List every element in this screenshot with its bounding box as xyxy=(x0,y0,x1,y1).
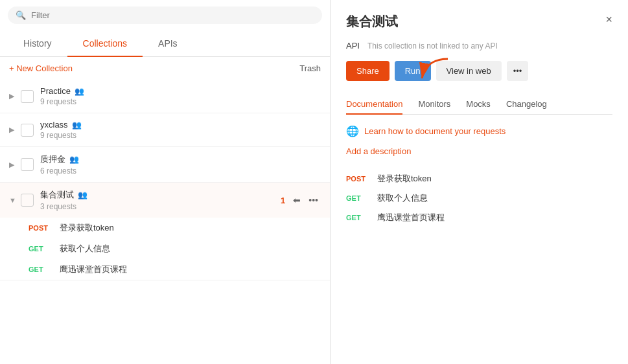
collections-list: ▶ Practice 👥 9 requests ▶ yxclass xyxy=(0,80,330,364)
api-row: API This collection is not linked to any… xyxy=(346,41,612,51)
collection-badge: 1 xyxy=(281,196,285,205)
collection-jihe-header[interactable]: ▼ 集合测试 👥 3 requests 1 ⬅ ••• xyxy=(0,183,330,218)
collection-info: yxclass 👥 9 requests xyxy=(40,120,321,140)
collection-practice: ▶ Practice 👥 9 requests xyxy=(0,80,330,113)
new-collection-button[interactable]: + New Collection xyxy=(9,63,73,73)
requests-section: POST 登录获取token GET 获取个人信息 GET 鹰迅课堂首页课程 xyxy=(346,169,612,227)
request-name: 获取个人信息 xyxy=(60,243,110,255)
learn-link[interactable]: 🌐 Learn how to document your requests xyxy=(346,125,612,137)
collections-toolbar: + New Collection Trash xyxy=(0,57,330,80)
import-button[interactable]: ⬅ xyxy=(290,194,303,207)
folder-icon xyxy=(21,90,34,103)
folder-icon xyxy=(21,124,34,137)
request-item-1[interactable]: POST 登录获取token xyxy=(29,218,330,238)
more-options-button[interactable]: ••• xyxy=(507,61,529,81)
main-tabs: History Collections APIs xyxy=(0,30,330,57)
method-badge-post: POST xyxy=(29,224,53,232)
add-description-button[interactable]: Add a description xyxy=(346,146,612,156)
collection-name: 集合测试 👥 xyxy=(40,189,281,201)
collection-yxclass: ▶ yxclass 👥 9 requests xyxy=(0,113,330,147)
req-method-get: GET xyxy=(346,214,369,222)
collection-name: yxclass 👥 xyxy=(40,120,321,130)
method-badge-get: GET xyxy=(29,266,53,273)
req-name: 鹰迅课堂首页课程 xyxy=(377,212,445,223)
more-button[interactable]: ••• xyxy=(306,194,321,207)
folder-icon xyxy=(21,194,34,207)
collection-name: Practice 👥 xyxy=(40,86,321,96)
close-button[interactable]: × xyxy=(605,13,612,27)
action-buttons: Share Run View in web ••• xyxy=(346,61,612,81)
panel-request-1[interactable]: POST 登录获取token xyxy=(346,169,612,188)
collection-zhiyajin: ▶ 质押金 👥 6 requests xyxy=(0,147,330,183)
request-name: 鹰迅课堂首页课程 xyxy=(60,264,127,275)
tab-history[interactable]: History xyxy=(8,30,67,56)
request-item-3[interactable]: GET 鹰迅课堂首页课程 xyxy=(29,259,330,280)
req-method-get: GET xyxy=(346,194,369,202)
right-panel: 集合测试 × API This collection is not linked… xyxy=(331,0,628,364)
collection-sub: 6 requests xyxy=(40,166,321,176)
req-name: 获取个人信息 xyxy=(377,192,428,204)
request-name: 登录获取token xyxy=(60,222,114,234)
collection-practice-header[interactable]: ▶ Practice 👥 9 requests xyxy=(0,80,330,113)
tab-apis[interactable]: APIs xyxy=(143,30,193,56)
method-badge-get: GET xyxy=(29,245,53,253)
panel-request-2[interactable]: GET 获取个人信息 xyxy=(346,188,612,208)
req-method-post: POST xyxy=(346,175,369,183)
collection-sub: 9 requests xyxy=(40,97,321,106)
api-note: This collection is not linked to any API xyxy=(367,41,498,51)
collection-zhiyajin-header[interactable]: ▶ 质押金 👥 6 requests xyxy=(0,147,330,182)
users-icon: 👥 xyxy=(75,87,84,96)
share-button[interactable]: Share xyxy=(346,61,390,81)
collection-yxclass-header[interactable]: ▶ yxclass 👥 9 requests xyxy=(0,113,330,146)
collection-name: 质押金 👥 xyxy=(40,154,321,165)
panel-title: 集合测试 xyxy=(346,13,398,30)
collection-actions: ⬅ ••• xyxy=(290,194,321,207)
collection-sub: 9 requests xyxy=(40,131,321,140)
collection-jihe: ▼ 集合测试 👥 3 requests 1 ⬅ ••• POST xyxy=(0,183,330,280)
search-icon: 🔍 xyxy=(16,10,26,20)
tab-documentation[interactable]: Documentation xyxy=(346,94,402,114)
tab-collections[interactable]: Collections xyxy=(67,30,143,56)
tab-mocks[interactable]: Mocks xyxy=(466,94,491,114)
search-wrapper: 🔍 xyxy=(8,6,322,24)
left-panel: 🔍 History Collections APIs + New Collect… xyxy=(0,0,331,364)
collection-info: 质押金 👥 6 requests xyxy=(40,154,321,176)
detail-tabs: Documentation Monitors Mocks Changelog xyxy=(346,94,612,115)
chevron-icon: ▶ xyxy=(9,92,16,100)
folder-icon xyxy=(21,158,34,171)
req-name: 登录获取token xyxy=(377,173,432,185)
request-list: POST 登录获取token GET 获取个人信息 GET 鹰迅课堂首页课程 xyxy=(0,218,330,280)
panel-header: 集合测试 × xyxy=(346,13,612,30)
users-icon: 👥 xyxy=(69,155,79,164)
globe-icon: 🌐 xyxy=(346,125,359,137)
tab-monitors[interactable]: Monitors xyxy=(418,94,450,114)
collection-sub: 3 requests xyxy=(40,202,281,211)
chevron-icon: ▶ xyxy=(9,161,16,169)
users-icon: 👥 xyxy=(72,120,82,130)
panel-request-3[interactable]: GET 鹰迅课堂首页课程 xyxy=(346,208,612,227)
api-label: API xyxy=(346,41,360,51)
search-bar: 🔍 xyxy=(0,0,330,30)
learn-link-text: Learn how to document your requests xyxy=(364,126,506,136)
collection-info: 集合测试 👥 3 requests xyxy=(40,189,281,211)
search-input[interactable] xyxy=(31,10,314,20)
trash-button[interactable]: Trash xyxy=(299,63,321,73)
chevron-icon: ▼ xyxy=(9,196,16,204)
request-item-2[interactable]: GET 获取个人信息 xyxy=(29,238,330,259)
tab-changelog[interactable]: Changelog xyxy=(506,94,547,114)
collection-info: Practice 👥 9 requests xyxy=(40,86,321,106)
arrow-indicator xyxy=(419,56,451,84)
chevron-icon: ▶ xyxy=(9,126,16,134)
users-icon: 👥 xyxy=(78,190,87,199)
